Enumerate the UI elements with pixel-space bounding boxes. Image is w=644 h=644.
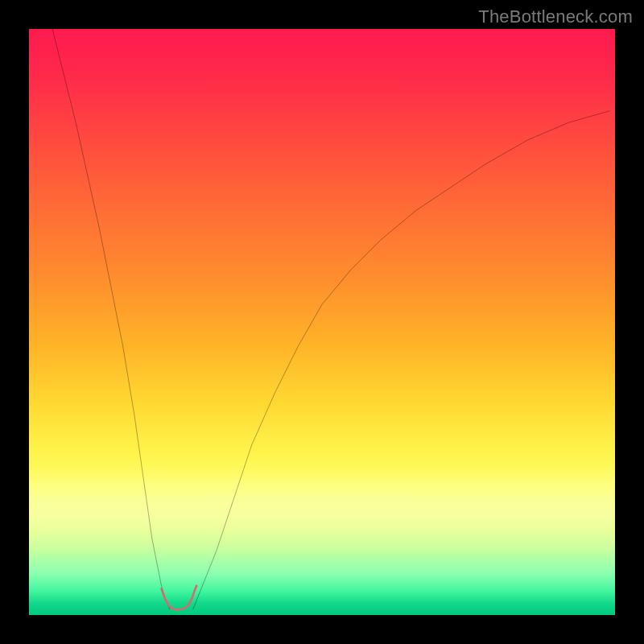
bottleneck-curve xyxy=(29,29,615,615)
attribution-text: TheBottleneck.com xyxy=(478,6,633,27)
curve-right-branch xyxy=(193,111,609,609)
plot-area xyxy=(29,29,615,615)
curve-left-branch xyxy=(52,29,170,609)
chart-frame: TheBottleneck.com xyxy=(0,0,644,644)
u-marker xyxy=(162,586,197,610)
